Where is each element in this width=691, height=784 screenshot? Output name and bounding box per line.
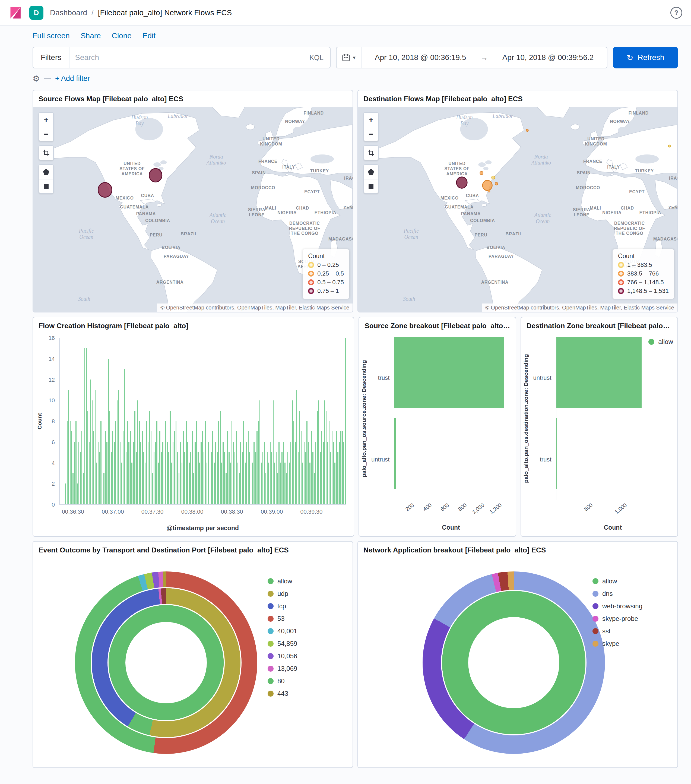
- histogram-bar[interactable]: [258, 421, 259, 504]
- histogram-bar[interactable]: [242, 452, 243, 504]
- histogram-bar[interactable]: [267, 452, 268, 504]
- histogram-bar[interactable]: [154, 452, 155, 504]
- histogram-bar[interactable]: [248, 432, 248, 504]
- kql-toggle[interactable]: KQL: [303, 53, 330, 62]
- histogram-bar[interactable]: [68, 390, 69, 504]
- histogram-bar[interactable]: [336, 432, 337, 504]
- panel-title[interactable]: Source Flows Map [Filebeat palo_alto] EC…: [33, 91, 352, 106]
- histogram-bar[interactable]: [161, 452, 162, 504]
- histogram-bar[interactable]: [315, 442, 316, 504]
- map-zoom-out-button[interactable]: −: [364, 127, 378, 141]
- legend-item[interactable]: ssl: [592, 628, 642, 635]
- histogram-bar[interactable]: [140, 442, 141, 504]
- panel-title[interactable]: Destination Zone breakout [Filebeat palo…: [521, 317, 678, 333]
- map-crop-tool-button[interactable]: [39, 146, 53, 160]
- histogram-bar[interactable]: [108, 359, 109, 504]
- histogram-bar[interactable]: [196, 421, 197, 504]
- histogram-bar[interactable]: [121, 463, 122, 504]
- histogram-bar[interactable]: [179, 473, 179, 504]
- histogram-bar[interactable]: [174, 432, 175, 504]
- histogram-bar[interactable]: [329, 421, 329, 504]
- kibana-logo[interactable]: [9, 6, 23, 20]
- histogram-bar[interactable]: [190, 452, 191, 504]
- histogram-bar[interactable]: [260, 400, 260, 504]
- histogram-bar[interactable]: [283, 442, 284, 504]
- calendar-button[interactable]: ▾: [337, 47, 362, 68]
- histogram-bar[interactable]: [81, 432, 82, 504]
- histogram-bar[interactable]: [86, 348, 87, 504]
- menu-full-screen[interactable]: Full screen: [33, 31, 70, 40]
- histogram-bar[interactable]: [264, 442, 265, 504]
- histogram-bar[interactable]: [109, 411, 110, 504]
- histogram-bar[interactable]: [321, 432, 322, 504]
- histogram-bar[interactable]: [95, 390, 95, 504]
- histogram-bar[interactable]: [171, 463, 172, 504]
- histogram-bar[interactable]: [156, 421, 157, 504]
- histogram-bar[interactable]: [278, 442, 279, 504]
- panel-title[interactable]: Flow Creation Histogram [FIlebeat palo_a…: [33, 317, 354, 333]
- histogram-bar[interactable]: [183, 432, 184, 504]
- histogram-bar[interactable]: [71, 432, 72, 504]
- histogram-bar[interactable]: [130, 432, 131, 504]
- histogram-bar[interactable]: [276, 452, 276, 504]
- histogram-bar[interactable]: [167, 442, 168, 504]
- histogram-bar[interactable]: [180, 442, 181, 504]
- legend-item[interactable]: 10,056: [268, 652, 297, 660]
- histogram-bar[interactable]: [151, 432, 151, 504]
- map-data-point[interactable]: [668, 145, 671, 147]
- histogram-bar[interactable]: [189, 463, 190, 504]
- histogram-bar[interactable]: [146, 421, 147, 504]
- histogram-bar[interactable]: [124, 369, 125, 504]
- histogram-bar[interactable]: [126, 452, 127, 504]
- bar-trust[interactable]: [394, 337, 504, 408]
- histogram-bar[interactable]: [229, 452, 229, 504]
- histogram-bar[interactable]: [100, 421, 101, 504]
- histogram-bar[interactable]: [104, 473, 104, 504]
- histogram-bar[interactable]: [239, 473, 240, 504]
- histogram-bar[interactable]: [277, 473, 278, 504]
- histogram-bar[interactable]: [257, 432, 257, 504]
- map-zoom-in-button[interactable]: +: [364, 113, 378, 127]
- legend-item[interactable]: allow: [268, 577, 297, 585]
- histogram-bar[interactable]: [76, 421, 76, 504]
- histogram-bar[interactable]: [115, 421, 116, 504]
- histogram-bar[interactable]: [211, 452, 212, 504]
- menu-clone[interactable]: Clone: [112, 31, 132, 40]
- histogram-bar[interactable]: [145, 463, 145, 504]
- histogram-bar[interactable]: [137, 400, 138, 504]
- histogram-bar[interactable]: [80, 452, 81, 504]
- histogram-bar[interactable]: [127, 421, 128, 504]
- histogram-bar[interactable]: [118, 390, 119, 504]
- map-data-point[interactable]: [98, 183, 112, 198]
- map-crop-tool-button[interactable]: [364, 146, 378, 160]
- histogram-bar[interactable]: [173, 442, 173, 504]
- histogram-bar[interactable]: [285, 463, 285, 504]
- histogram-bar[interactable]: [117, 400, 117, 504]
- histogram-bar[interactable]: [290, 442, 291, 504]
- bar-trust[interactable]: [556, 418, 557, 489]
- histogram-bar[interactable]: [87, 411, 88, 504]
- histogram-bar[interactable]: [218, 421, 219, 504]
- histogram-bar[interactable]: [236, 432, 237, 504]
- bar-untrust[interactable]: [394, 418, 396, 489]
- histogram-bar[interactable]: [327, 442, 328, 504]
- menu-share[interactable]: Share: [81, 31, 101, 40]
- histogram-bar[interactable]: [286, 473, 287, 504]
- map-data-point[interactable]: [526, 129, 528, 132]
- add-filter-link[interactable]: + Add filter: [55, 74, 90, 83]
- histogram-bar[interactable]: [298, 452, 299, 504]
- histogram-bar[interactable]: [274, 463, 275, 504]
- histogram-bar[interactable]: [155, 442, 156, 504]
- histogram-bar[interactable]: [220, 411, 220, 504]
- panel-title[interactable]: Network Application breakout [Filebeat p…: [358, 542, 678, 557]
- map-polygon-tool-button[interactable]: [39, 165, 53, 179]
- histogram-bar[interactable]: [293, 421, 294, 504]
- histogram-bar[interactable]: [202, 432, 203, 504]
- histogram-bar[interactable]: [271, 452, 272, 504]
- refresh-button[interactable]: ↻ Refresh: [613, 47, 678, 68]
- histogram-bar[interactable]: [197, 452, 198, 504]
- legend-item[interactable]: allow: [648, 338, 673, 346]
- histogram-bar[interactable]: [253, 442, 254, 504]
- histogram-bar[interactable]: [199, 463, 200, 504]
- histogram-bar[interactable]: [96, 463, 97, 504]
